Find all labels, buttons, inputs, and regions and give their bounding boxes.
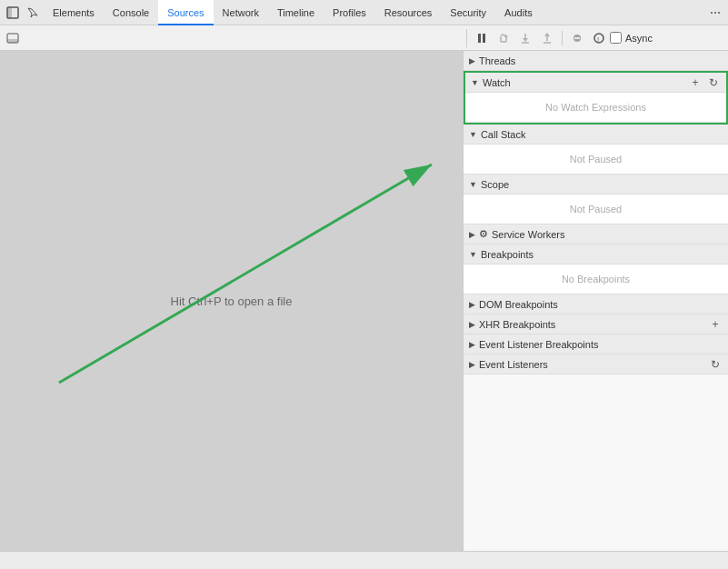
dom-breakpoints-arrow: ▶: [469, 300, 475, 309]
breakpoints-placeholder: No Breakpoints: [464, 268, 728, 290]
tab-console[interactable]: Console: [104, 0, 158, 25]
event-listeners-label: Event Listeners: [479, 359, 548, 370]
cog-icon: ⚙: [479, 228, 488, 240]
threads-arrow: ▶: [469, 56, 475, 65]
watch-refresh-button[interactable]: ↻: [706, 75, 721, 90]
event-listeners-refresh-button[interactable]: ↻: [708, 357, 723, 372]
show-drawer-icon[interactable]: [4, 29, 22, 47]
watch-label: Watch: [483, 77, 511, 88]
scope-status: Not Paused: [464, 198, 728, 220]
toolbar-separator: [562, 31, 563, 45]
call-stack-status: Not Paused: [464, 148, 728, 170]
tab-sources[interactable]: Sources: [158, 0, 213, 25]
tab-elements[interactable]: Elements: [44, 0, 104, 25]
xhr-breakpoints-arrow: ▶: [469, 320, 475, 329]
tab-audits[interactable]: Audits: [495, 0, 542, 25]
call-stack-arrow: ▼: [469, 130, 477, 139]
pause-on-exceptions-button[interactable]: !: [588, 27, 610, 49]
watch-section-header[interactable]: ▼ Watch + ↻: [465, 73, 726, 93]
watch-section: ▼ Watch + ↻ No Watch Expressions: [464, 71, 728, 125]
breakpoints-label: Breakpoints: [481, 249, 534, 260]
deactivate-breakpoints-button[interactable]: [566, 27, 588, 49]
toolbar-right: ! Async: [467, 27, 653, 49]
event-listener-breakpoints-label: Event Listener Breakpoints: [479, 339, 598, 350]
svg-rect-8: [483, 34, 485, 43]
service-workers-label: Service Workers: [492, 229, 564, 240]
xhr-breakpoints-section-header[interactable]: ▶ XHR Breakpoints +: [464, 314, 728, 334]
xhr-breakpoints-label: XHR Breakpoints: [479, 319, 555, 330]
watch-placeholder: No Watch Expressions: [465, 96, 726, 118]
scope-arrow: ▼: [469, 180, 477, 189]
async-checkbox[interactable]: [610, 32, 622, 44]
watch-add-button[interactable]: +: [688, 75, 703, 90]
sources-toolbar: ! Async: [0, 25, 728, 51]
xhr-add-button[interactable]: +: [708, 317, 723, 332]
svg-text:!: !: [597, 35, 599, 44]
tab-network[interactable]: Network: [214, 0, 268, 25]
dock-icon[interactable]: [4, 4, 22, 22]
left-panel: Hit Ctrl+P to open a file: [0, 51, 464, 551]
tab-security[interactable]: Security: [441, 0, 495, 25]
call-stack-section-header[interactable]: ▼ Call Stack: [464, 125, 728, 145]
breakpoints-section-header[interactable]: ▼ Breakpoints: [464, 245, 728, 265]
threads-section-header[interactable]: ▶ Threads: [464, 51, 728, 71]
async-label: Async: [625, 33, 653, 44]
step-into-button[interactable]: [514, 27, 536, 49]
svg-point-3: [714, 12, 716, 14]
right-panel: ▶ Threads ▼ Watch + ↻ No Watch Expressio…: [464, 51, 728, 551]
event-listeners-section-header[interactable]: ▶ Event Listeners ↻: [464, 354, 728, 374]
svg-rect-1: [7, 7, 12, 18]
svg-point-2: [711, 12, 713, 14]
event-listeners-actions: ↻: [708, 357, 723, 372]
step-over-button[interactable]: [493, 27, 514, 49]
service-workers-arrow: ▶: [469, 230, 475, 239]
call-stack-content: Not Paused: [464, 145, 728, 175]
event-listener-breakpoints-arrow: ▶: [469, 340, 475, 349]
tab-profiles[interactable]: Profiles: [324, 0, 375, 25]
scope-label: Scope: [481, 179, 509, 190]
scope-content: Not Paused: [464, 195, 728, 225]
main-area: Hit Ctrl+P to open a file ▶ Threads ▼ Wa…: [0, 51, 728, 551]
svg-rect-7: [478, 34, 481, 43]
inspect-icon[interactable]: [24, 4, 42, 22]
tab-timeline[interactable]: Timeline: [268, 0, 324, 25]
xhr-actions: +: [708, 317, 723, 332]
tab-resources[interactable]: Resources: [375, 0, 442, 25]
dom-breakpoints-label: DOM Breakpoints: [479, 299, 558, 310]
open-file-hint: Hit Ctrl+P to open a file: [171, 294, 293, 308]
svg-line-24: [59, 165, 432, 383]
threads-label: Threads: [479, 55, 515, 66]
pause-button[interactable]: [471, 27, 493, 49]
step-out-button[interactable]: [536, 27, 558, 49]
svg-marker-17: [544, 33, 550, 36]
status-bar: [0, 551, 728, 569]
scope-section-header[interactable]: ▼ Scope: [464, 175, 728, 195]
watch-arrow: ▼: [471, 78, 479, 87]
svg-marker-14: [523, 38, 528, 42]
more-tabs-icon[interactable]: [706, 4, 724, 22]
toolbar-left: [4, 29, 467, 47]
svg-point-4: [718, 12, 720, 14]
async-checkbox-group: Async: [610, 32, 653, 44]
dom-breakpoints-section-header[interactable]: ▶ DOM Breakpoints: [464, 294, 728, 314]
top-tabs: Elements Console Sources Network Timelin…: [0, 0, 728, 25]
watch-content: No Watch Expressions: [465, 93, 726, 123]
watch-actions: + ↻: [688, 75, 721, 90]
call-stack-label: Call Stack: [481, 129, 526, 140]
breakpoints-content: No Breakpoints: [464, 265, 728, 294]
svg-rect-6: [7, 39, 18, 43]
breakpoints-arrow: ▼: [469, 250, 477, 259]
event-listeners-arrow: ▶: [469, 360, 475, 369]
service-workers-section-header[interactable]: ▶ ⚙ Service Workers: [464, 225, 728, 245]
event-listener-breakpoints-section-header[interactable]: ▶ Event Listener Breakpoints: [464, 334, 728, 354]
